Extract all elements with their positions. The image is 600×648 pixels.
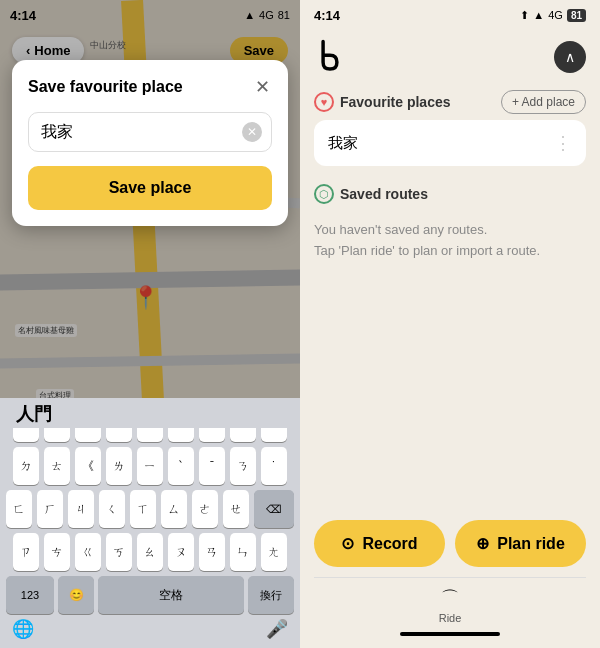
key-ang2[interactable]: ㄤ	[261, 533, 287, 571]
place-menu-icon[interactable]: ⋮	[554, 132, 572, 154]
tab-bar: ⌒ Ride	[314, 582, 586, 628]
key-enter[interactable]: 換行	[248, 576, 294, 614]
key-e[interactable]: ㄜ	[192, 490, 218, 528]
tab-divider	[314, 577, 586, 578]
key-delete[interactable]: ⌫	[254, 490, 294, 528]
status-icons-right: ⬆ ▲ 4G 81	[520, 9, 586, 22]
modal-input-wrap: ✕	[28, 112, 272, 152]
favourite-section-title: Favourite places	[340, 94, 451, 110]
favourite-section-title-wrap: ♥ Favourite places	[314, 92, 451, 112]
place-name: 我家	[328, 134, 358, 153]
bottom-bar: ⊙ Record ⊕ Plan ride ⌒ Ride	[300, 510, 600, 648]
key-123[interactable]: 123	[6, 576, 54, 614]
add-place-button[interactable]: + Add place	[501, 90, 586, 114]
key-n[interactable]: ㄋ	[230, 447, 256, 485]
key-ou[interactable]: ㄡ	[168, 533, 194, 571]
favourite-places-section-header: ♥ Favourite places + Add place	[314, 80, 586, 120]
key-s[interactable]: ㄙ	[161, 490, 187, 528]
routes-section-title-wrap: ⬡ Saved routes	[314, 184, 428, 204]
favourite-icon: ♥	[314, 92, 334, 112]
routes-icon: ⬡	[314, 184, 334, 204]
add-place-label: + Add place	[512, 95, 575, 109]
app-logo	[314, 38, 346, 76]
mic-icon[interactable]: 🎤	[266, 618, 288, 640]
modal-header: Save favourite place ✕	[28, 76, 272, 98]
time-right: 4:14	[314, 8, 340, 23]
save-place-modal: Save favourite place ✕ ✕ Save place	[12, 60, 288, 226]
save-place-label: Save place	[109, 179, 192, 196]
key-h[interactable]: ㄏ	[37, 490, 63, 528]
key-z[interactable]: ㄗ	[13, 533, 39, 571]
key-tone4[interactable]: ˋ	[168, 447, 194, 485]
gps-icon-right: ⬆	[520, 9, 529, 22]
saved-routes-section-header: ⬡ Saved routes	[314, 174, 586, 210]
ride-tab-label: Ride	[439, 612, 462, 624]
plan-icon: ⊕	[476, 534, 489, 553]
key-an[interactable]: ㄢ	[199, 533, 225, 571]
right-panel: 4:14 ⬆ ▲ 4G 81 ∧ ♥ Favourite places + Ad…	[300, 0, 600, 648]
key-t[interactable]: ㄊ	[44, 447, 70, 485]
input-clear-button[interactable]: ✕	[242, 122, 262, 142]
record-icon: ⊙	[341, 534, 354, 553]
key-d[interactable]: ㄉ	[13, 447, 39, 485]
action-buttons: ⊙ Record ⊕ Plan ride	[314, 520, 586, 567]
chevron-up-icon: ∧	[565, 49, 575, 65]
key-ang[interactable]: 《	[75, 447, 101, 485]
empty-routes-text: You haven't saved any routes.Tap 'Plan r…	[314, 222, 540, 258]
key-j[interactable]: ㄐ	[68, 490, 94, 528]
home-indicator	[400, 632, 500, 636]
key-en[interactable]: ㄣ	[230, 533, 256, 571]
collapse-button[interactable]: ∧	[554, 41, 586, 73]
key-l[interactable]: ㄌ	[106, 447, 132, 485]
network-right: 4G	[548, 9, 563, 21]
ride-tab-icon: ⌒	[441, 586, 459, 610]
record-label: Record	[362, 535, 417, 553]
key-i[interactable]: ㄧ	[137, 447, 163, 485]
battery-right: 81	[567, 9, 586, 22]
modal-title: Save favourite place	[28, 78, 183, 96]
keyboard-row-2: ㄉ ㄊ 《 ㄌ ㄧ ˋ ˉ ㄋ ˙	[4, 447, 296, 485]
key-q[interactable]: ㄑ	[99, 490, 125, 528]
content-area: ♥ Favourite places + Add place 我家 ⋮ ⬡ Sa…	[300, 80, 600, 510]
place-name-input[interactable]	[28, 112, 272, 152]
record-button[interactable]: ⊙ Record	[314, 520, 445, 567]
signal-icon-right: ▲	[533, 9, 544, 21]
key-ao[interactable]: ㄠ	[137, 533, 163, 571]
key-emoji[interactable]: 😊	[58, 576, 94, 614]
place-item-home[interactable]: 我家 ⋮	[314, 120, 586, 166]
keyboard-row-3: ㄈ ㄏ ㄐ ㄑ ㄒ ㄙ ㄜ ㄝ ⌫	[4, 490, 296, 528]
modal-close-button[interactable]: ✕	[253, 76, 272, 98]
key-k[interactable]: ㄎ	[106, 533, 132, 571]
key-tone5[interactable]: ˙	[261, 447, 287, 485]
app-header: ∧	[300, 30, 600, 80]
plan-label: Plan ride	[497, 535, 565, 553]
saved-routes-title: Saved routes	[340, 186, 428, 202]
key-g[interactable]: ㄍ	[75, 533, 101, 571]
keyboard-row-4: ㄗ ㄘ ㄍ ㄎ ㄠ ㄡ ㄢ ㄣ ㄤ	[4, 533, 296, 571]
clear-icon: ✕	[247, 125, 257, 139]
keyboard-input-label: 人門	[8, 398, 292, 428]
left-panel: 要當勞·永康中山門店 名村風味基母雞 台式料理 永康 📍 653號 中山分校 4…	[0, 0, 300, 648]
key-f[interactable]: ㄈ	[6, 490, 32, 528]
save-place-button[interactable]: Save place	[28, 166, 272, 210]
keyboard-extra-row: 🌐 🎤	[4, 614, 296, 640]
key-eh[interactable]: ㄝ	[223, 490, 249, 528]
key-tone1[interactable]: ˉ	[199, 447, 225, 485]
keyboard-bottom-row: 123 😊 空格 換行	[4, 576, 296, 614]
empty-routes-message: You haven't saved any routes.Tap 'Plan r…	[314, 210, 586, 278]
keyboard[interactable]: ㄅ ㄆ ˊ ˇ ㄓ Ｙ ㄇ ㄖ ㄦ ㄉ ㄊ 《 ㄌ ㄧ ˋ ˉ ㄋ ˙ ㄈ ㄏ …	[0, 398, 300, 648]
status-bar-right: 4:14 ⬆ ▲ 4G 81	[300, 0, 600, 30]
key-c[interactable]: ㄘ	[44, 533, 70, 571]
close-icon: ✕	[255, 77, 270, 97]
globe-icon[interactable]: 🌐	[12, 618, 34, 640]
tab-ride[interactable]: ⌒ Ride	[419, 582, 482, 628]
plan-ride-button[interactable]: ⊕ Plan ride	[455, 520, 586, 567]
key-x[interactable]: ㄒ	[130, 490, 156, 528]
key-space[interactable]: 空格	[98, 576, 244, 614]
